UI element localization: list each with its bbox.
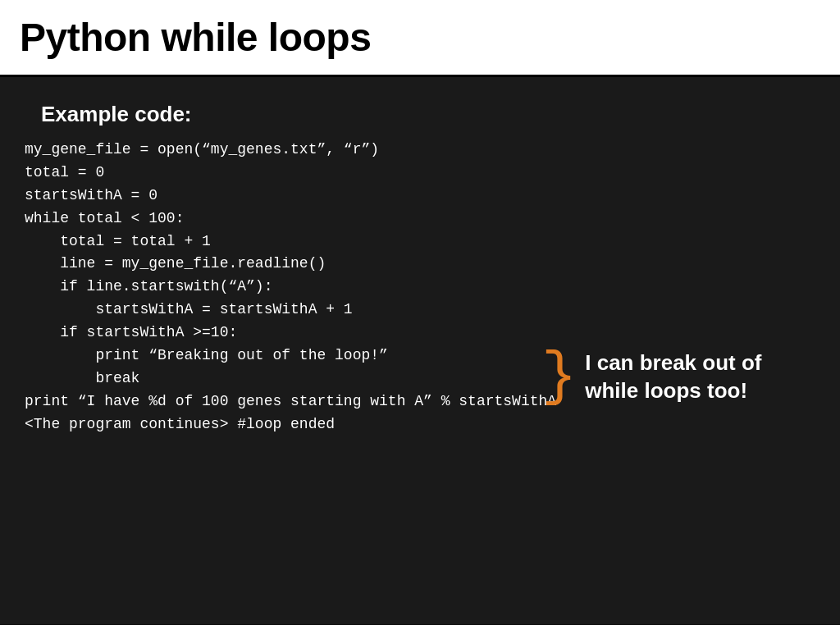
annotation-container: } I can break out of while loops too!: [541, 348, 806, 407]
annotation-text: I can break out of while loops too!: [585, 349, 806, 405]
closing-brace-icon: }: [541, 348, 577, 407]
content-area: Example code: my_gene_file = open(“my_ge…: [0, 77, 840, 625]
page-header: Python while loops: [0, 0, 840, 77]
example-label: Example code:: [41, 102, 815, 127]
page-title: Python while loops: [20, 15, 820, 60]
